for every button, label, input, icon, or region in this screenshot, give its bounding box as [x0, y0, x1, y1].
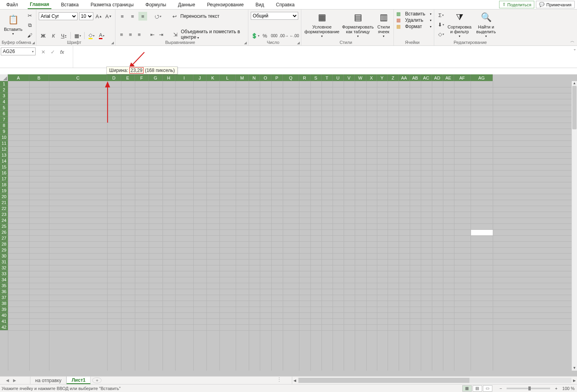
row-header-8[interactable]: 8	[0, 123, 8, 129]
column-header-AD[interactable]: AD	[432, 74, 443, 81]
tab-page-layout[interactable]: Разметка страницы	[88, 1, 136, 9]
tab-help[interactable]: Справка	[274, 1, 297, 9]
row-header-39[interactable]: 39	[0, 307, 8, 312]
active-cell[interactable]	[471, 229, 493, 235]
decrease-font-button[interactable]: A▼	[104, 12, 113, 21]
clear-button[interactable]: ◇	[437, 30, 445, 38]
row-header-24[interactable]: 24	[0, 218, 8, 223]
row-header-3[interactable]: 3	[0, 93, 8, 99]
zoom-in-button[interactable]: +	[553, 386, 559, 391]
orientation-button[interactable]: ⭯	[153, 12, 162, 21]
row-header-19[interactable]: 19	[0, 188, 8, 194]
align-top-button[interactable]: ≡	[118, 12, 127, 21]
thousands-button[interactable]: 000	[271, 31, 278, 40]
find-select-button[interactable]: 🔍 Найти и выделить▾	[474, 10, 498, 39]
column-header-E[interactable]: E	[121, 74, 135, 81]
fill-button[interactable]: ⬇	[437, 20, 445, 29]
row-header-6[interactable]: 6	[0, 111, 8, 117]
row-header-31[interactable]: 31	[0, 259, 8, 265]
comments-button[interactable]: 💬Примечания	[536, 1, 575, 8]
column-header-U[interactable]: U	[333, 74, 344, 81]
font-size-select[interactable]: 10	[79, 12, 93, 20]
column-header-AG[interactable]: AG	[471, 74, 493, 81]
copy-button[interactable]: ⧉	[26, 21, 34, 30]
column-header-N[interactable]: N	[249, 74, 260, 81]
number-format-select[interactable]: Общий	[251, 12, 298, 20]
autosum-button[interactable]: Σ	[437, 11, 445, 19]
tab-data[interactable]: Данные	[176, 1, 197, 9]
column-header-K[interactable]: K	[206, 74, 219, 81]
percent-button[interactable]: %	[261, 31, 269, 40]
row-header-27[interactable]: 27	[0, 235, 8, 241]
row-header-7[interactable]: 7	[0, 117, 8, 123]
row-header-5[interactable]: 5	[0, 105, 8, 111]
row-header-2[interactable]: 2	[0, 87, 8, 93]
row-header-21[interactable]: 21	[0, 200, 8, 206]
zoom-value[interactable]: 100 %	[562, 386, 575, 391]
column-header-L[interactable]: L	[219, 74, 236, 81]
column-header-V[interactable]: V	[344, 74, 355, 81]
alignment-dialog-launcher[interactable]: ◢	[243, 40, 248, 45]
wrap-text-button[interactable]: Переносить текст	[180, 13, 219, 19]
row-header-13[interactable]: 13	[0, 152, 8, 158]
scroll-down-button[interactable]: ▼	[572, 366, 577, 371]
row-header-25[interactable]: 25	[0, 223, 8, 229]
row-header-41[interactable]: 41	[0, 318, 8, 324]
paste-button[interactable]: 📋 Вставить▾	[2, 10, 24, 39]
cut-button[interactable]: ✂	[26, 11, 34, 20]
row-header-32[interactable]: 32	[0, 265, 8, 271]
horizontal-scrollbar[interactable]: ◀ ▶	[292, 377, 577, 384]
horizontal-scroll-thumb[interactable]	[299, 378, 469, 383]
cancel-formula-button[interactable]: ✕	[39, 48, 47, 55]
row-header-17[interactable]: 17	[0, 176, 8, 182]
collapse-ribbon-button[interactable]: ︿	[570, 38, 575, 44]
cell-styles-button[interactable]: ▥ Стили ячеек▾	[376, 10, 392, 39]
row-header-29[interactable]: 29	[0, 247, 8, 253]
column-header-AF[interactable]: AF	[454, 74, 471, 81]
tab-formulas[interactable]: Формулы	[143, 1, 168, 9]
zoom-out-button[interactable]: −	[498, 386, 503, 391]
tab-review[interactable]: Рецензирование	[204, 1, 246, 9]
font-name-select[interactable]: Arial Cyr	[39, 12, 78, 20]
column-header-C[interactable]: C	[49, 74, 107, 81]
name-box[interactable]: AG26▾	[1, 47, 36, 55]
conditional-formatting-button[interactable]: ▦ Условное форматирование▾	[304, 10, 340, 39]
column-header-P[interactable]: P	[271, 74, 283, 81]
tab-view[interactable]: Вид	[253, 1, 267, 9]
number-dialog-launcher[interactable]: ◢	[296, 40, 301, 45]
row-header-33[interactable]: 33	[0, 271, 8, 277]
zoom-slider[interactable]	[507, 388, 550, 389]
column-header-B[interactable]: B	[29, 74, 49, 81]
insert-function-button[interactable]: fx	[58, 48, 66, 55]
column-header-AC[interactable]: AC	[421, 74, 432, 81]
align-bottom-button[interactable]: ≡	[138, 12, 147, 21]
column-header-Y[interactable]: Y	[377, 74, 388, 81]
column-header-AE[interactable]: AE	[443, 74, 454, 81]
row-header-11[interactable]: 11	[0, 140, 8, 146]
row-header-9[interactable]: 9	[0, 129, 8, 134]
column-header-R[interactable]: R	[299, 74, 310, 81]
tab-file[interactable]: Файл	[4, 1, 21, 9]
increase-decimal-button[interactable]: .00→	[280, 31, 288, 40]
decrease-indent-button[interactable]: ⇤	[149, 30, 156, 39]
row-header-28[interactable]: 28	[0, 241, 8, 247]
scroll-left-button[interactable]: ◀	[292, 377, 298, 384]
format-as-table-button[interactable]: ▤ Форматировать как таблицу▾	[342, 10, 374, 39]
column-header-X[interactable]: X	[366, 74, 377, 81]
row-header-22[interactable]: 22	[0, 206, 8, 212]
column-header-T[interactable]: T	[322, 74, 333, 81]
column-header-A[interactable]: A	[8, 74, 29, 81]
select-all-button[interactable]	[0, 74, 8, 81]
underline-button[interactable]: Ч	[59, 31, 68, 40]
column-header-I[interactable]: I	[175, 74, 193, 81]
column-header-J[interactable]: J	[193, 74, 206, 81]
column-header-Z[interactable]: Z	[388, 74, 399, 81]
row-header-1[interactable]: 1	[0, 81, 8, 87]
row-header-34[interactable]: 34	[0, 277, 8, 283]
fill-color-button[interactable]: ◇	[87, 31, 96, 40]
format-painter-button[interactable]: 🖌	[26, 31, 34, 40]
sheet-tab-1[interactable]: на отправку	[30, 377, 66, 384]
align-right-button[interactable]: ≡	[136, 30, 143, 39]
column-header-AA[interactable]: AA	[399, 74, 410, 81]
confirm-formula-button[interactable]: ✓	[48, 48, 57, 55]
